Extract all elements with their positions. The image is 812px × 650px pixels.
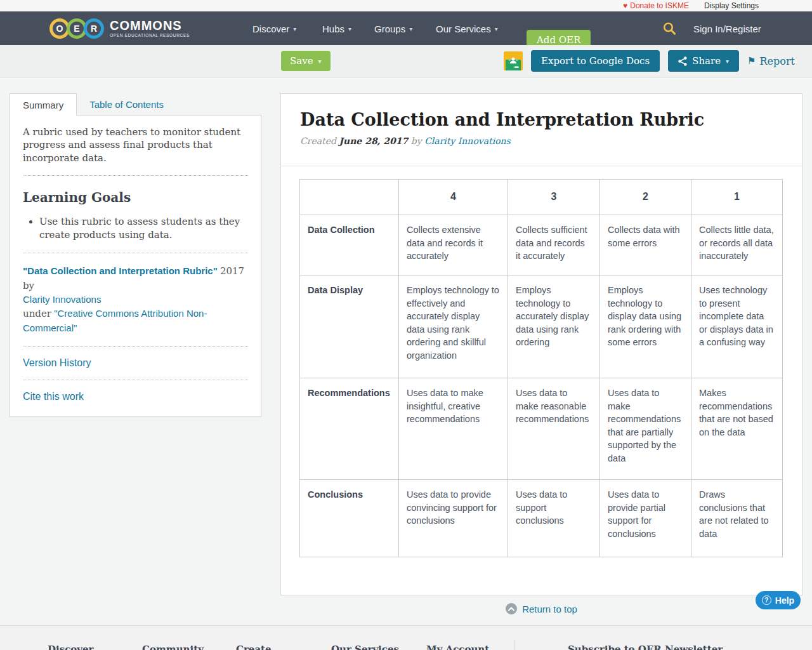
report-link[interactable]: ⚑ Report <box>747 55 795 67</box>
score-header: 4 <box>399 180 508 215</box>
rubric-cell: Collects data with some errors <box>600 215 691 275</box>
by-label: by <box>411 136 422 146</box>
logo-ring-r: R <box>84 18 104 39</box>
footer-heading-discover[interactable]: Discover <box>48 644 93 650</box>
donate-label: Donate to ISKME <box>630 1 689 10</box>
citation-title-link[interactable]: "Data Collection and Interpretation Rubr… <box>23 265 218 276</box>
navbar: O E R COMMONS OPEN EDUCATIONAL RESOURCES… <box>0 11 812 45</box>
table-row: Data Display Employs technology to effec… <box>300 275 783 378</box>
table-row: Recommendations Uses data to make insigh… <box>300 378 783 480</box>
created-date: June 28, 2017 <box>339 136 408 146</box>
score-header: 3 <box>508 180 600 215</box>
divider <box>23 253 248 253</box>
rubric-cell: Employs technology to accurately display… <box>508 275 600 378</box>
footer-divider <box>514 640 514 650</box>
footer-heading-our-services[interactable]: Our Services <box>331 644 399 650</box>
rubric-cell: Uses data to support conclusions <box>508 480 600 557</box>
byline: Created June 28, 2017 by Clarity Innovat… <box>300 136 783 146</box>
share-button[interactable]: Share▾ <box>668 50 739 72</box>
row-label: Conclusions <box>300 480 399 557</box>
nav-discover[interactable]: Discover▾ <box>252 23 296 34</box>
divider <box>23 380 248 380</box>
sidebar-panel: A rubric used by teachers to monitor stu… <box>10 115 261 417</box>
display-settings-link[interactable]: Display Settings <box>704 1 759 10</box>
action-bar-right: Export to Google Docs Share▾ ⚑ Report <box>504 45 795 77</box>
logo-subtitle: OPEN EDUCATIONAL RESOURCES <box>110 34 190 38</box>
learning-goal-item: Use this rubric to assess students as th… <box>39 215 248 242</box>
table-row: Conclusions Uses data to provide convinc… <box>300 480 783 557</box>
footer-heading-create[interactable]: Create <box>236 644 272 650</box>
nav-our-services[interactable]: Our Services▾ <box>436 23 498 34</box>
nav-hubs[interactable]: Hubs▾ <box>322 23 351 34</box>
rubric-header-row: 4 3 2 1 <box>300 180 783 215</box>
logo-title: COMMONS <box>110 19 190 32</box>
row-label: Data Collection <box>300 215 399 275</box>
action-bar: Save▾ Export to Google Docs Share▾ ⚑ Rep… <box>0 45 812 77</box>
chevron-down-icon: ▾ <box>293 25 296 32</box>
rubric-cell: Collects extensive data and records it a… <box>399 215 508 275</box>
rubric-cell: Collects little data, or records all dat… <box>691 215 783 275</box>
rubric-cell: Employs technology to display data using… <box>600 275 691 378</box>
cite-this-work-link[interactable]: Cite this work <box>23 391 248 402</box>
heart-icon: ♥ <box>623 1 627 10</box>
main-content-panel: Data Collection and Interpretation Rubri… <box>280 93 802 595</box>
oer-commons-logo[interactable]: O E R COMMONS OPEN EDUCATIONAL RESOURCES <box>49 18 190 39</box>
flag-icon: ⚑ <box>747 55 756 67</box>
learning-goals-heading: Learning Goals <box>23 190 248 205</box>
row-label: Recommendations <box>300 378 399 480</box>
divider <box>23 175 248 176</box>
footer-heading-my-account[interactable]: My Account <box>426 644 489 650</box>
chevron-down-icon: ▾ <box>495 25 498 32</box>
footer-newsletter-heading: Subscribe to OER Newsletter <box>568 644 723 650</box>
rubric-cell: Uses data to make reasonable recommendat… <box>508 378 600 480</box>
divider <box>23 346 248 347</box>
rubric-cell: Uses data to provide convincing support … <box>399 480 508 557</box>
sign-in-link[interactable]: Sign In/Register <box>693 23 761 34</box>
author-link[interactable]: Clarity Innovations <box>424 136 511 146</box>
rubric-cell: Collects sufficient data and records it … <box>508 215 600 275</box>
score-header: 2 <box>600 180 691 215</box>
citation-author-link[interactable]: Clarity Innovations <box>23 294 101 305</box>
resource-description: A rubric used by teachers to monitor stu… <box>23 126 248 164</box>
utility-bar: ♥ Donate to ISKME Display Settings <box>0 0 812 11</box>
search-icon[interactable] <box>663 22 676 35</box>
document-header: Data Collection and Interpretation Rubri… <box>281 94 802 166</box>
version-history-link[interactable]: Version History <box>23 357 248 369</box>
chevron-down-icon: ▾ <box>318 58 322 65</box>
footer: Discover Community Create Our Services M… <box>0 625 812 650</box>
chevron-down-icon: ▾ <box>409 25 412 32</box>
score-header: 1 <box>691 180 783 215</box>
donate-link[interactable]: ♥ Donate to ISKME <box>623 1 689 10</box>
rubric-cell: Employs technology to effectively and ac… <box>399 275 508 378</box>
question-mark-icon: ? <box>762 595 771 605</box>
rubric-cell: Uses data to make recommendations that a… <box>600 378 691 480</box>
tab-summary[interactable]: Summary <box>10 93 77 116</box>
page-title: Data Collection and Interpretation Rubri… <box>300 110 783 129</box>
rubric-cell: Uses data to make insightful, creative r… <box>399 378 508 480</box>
help-button[interactable]: ? Help <box>756 591 801 609</box>
logo-text: COMMONS OPEN EDUCATIONAL RESOURCES <box>110 19 190 38</box>
chevron-up-icon <box>506 603 517 614</box>
google-classroom-icon[interactable] <box>504 51 523 70</box>
citation-under: under <box>23 308 51 319</box>
rubric-table: 4 3 2 1 Data Collection Collects extensi… <box>299 179 783 557</box>
save-button[interactable]: Save▾ <box>281 51 331 71</box>
page: ♥ Donate to ISKME Display Settings O E R… <box>0 0 812 650</box>
rubric-cell: Draws conclusions that are not related t… <box>691 480 783 557</box>
export-google-docs-button[interactable]: Export to Google Docs <box>531 50 660 72</box>
citation-block: "Data Collection and Interpretation Rubr… <box>23 264 248 335</box>
sidebar-tabs: Summary Table of Contents <box>10 93 176 116</box>
share-icon <box>678 56 687 66</box>
created-label: Created <box>300 136 336 146</box>
tab-table-of-contents[interactable]: Table of Contents <box>77 93 176 116</box>
table-row: Data Collection Collects extensive data … <box>300 215 783 275</box>
nav-groups[interactable]: Groups▾ <box>374 23 412 34</box>
return-to-top-link[interactable]: Return to top <box>280 603 802 614</box>
learning-goals-list: Use this rubric to assess students as th… <box>39 215 248 242</box>
footer-heading-community[interactable]: Community <box>142 644 204 650</box>
chevron-down-icon: ▾ <box>348 25 351 32</box>
rubric-corner-cell <box>300 180 399 215</box>
chevron-down-icon: ▾ <box>726 58 729 65</box>
row-label: Data Display <box>300 275 399 378</box>
rubric-cell: Uses data to provide partial support for… <box>600 480 691 557</box>
